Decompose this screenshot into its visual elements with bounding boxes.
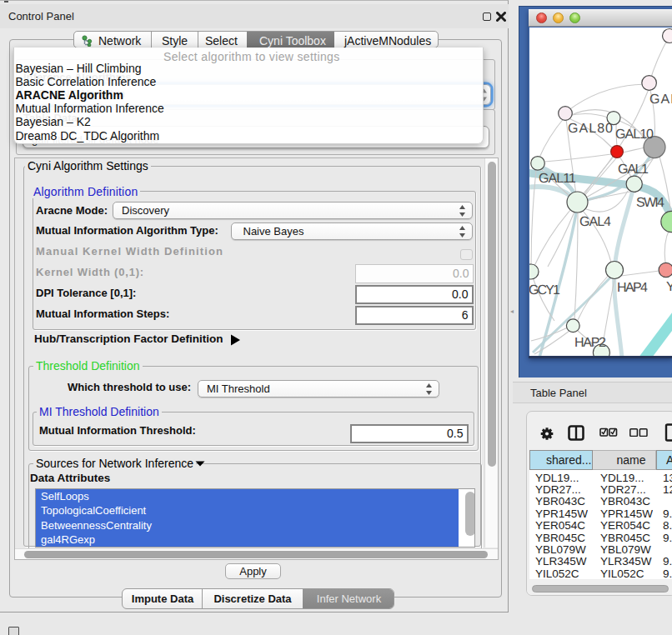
- svg-text:Y: Y: [666, 280, 672, 294]
- svg-text:GAL80: GAL80: [568, 122, 613, 136]
- svg-text:SWI4: SWI4: [636, 196, 664, 210]
- svg-text:GAL7: GAL7: [649, 92, 672, 107]
- svg-text:HAP4: HAP4: [617, 281, 648, 295]
- svg-text:GAL1: GAL1: [618, 162, 649, 177]
- svg-text:GAL10: GAL10: [615, 128, 654, 142]
- svg-text:GCY1: GCY1: [529, 283, 560, 298]
- svg-text:GAL4: GAL4: [579, 215, 611, 229]
- svg-text:GAL11: GAL11: [539, 172, 576, 186]
- svg-text:HAP2: HAP2: [574, 336, 606, 350]
